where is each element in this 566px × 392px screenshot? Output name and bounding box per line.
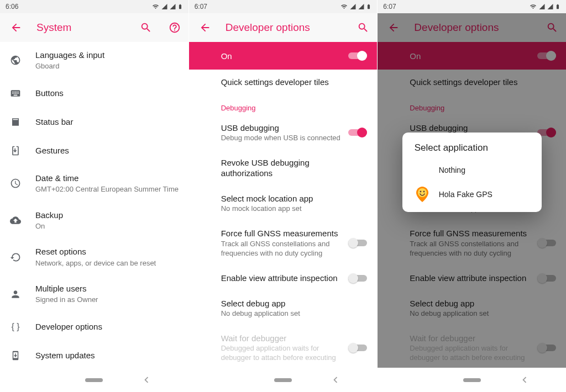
- setting-label: Quick settings developer tiles: [221, 77, 363, 88]
- help-icon: [169, 22, 181, 34]
- toggle-switch[interactable]: [348, 342, 367, 353]
- nav-back[interactable]: [518, 373, 531, 386]
- svg-point-2: [423, 191, 424, 193]
- app-bar: Developer options: [378, 13, 566, 42]
- item-label: Status bar: [35, 116, 180, 128]
- status-icons: [151, 3, 183, 10]
- switch-on-icon: [348, 50, 367, 61]
- nav-home-pill[interactable]: [85, 378, 103, 382]
- system-list: Languages & inputGboardButtonsStatus bar…: [0, 42, 188, 368]
- back-button[interactable]: [8, 19, 24, 36]
- quick-settings-tiles[interactable]: Quick settings developer tiles: [189, 70, 378, 95]
- setting-wait-for-debugger[interactable]: Wait for debuggerDebugged application wa…: [189, 326, 378, 368]
- dialog-title: Select application: [402, 142, 542, 158]
- toggle-switch[interactable]: [348, 273, 367, 284]
- back-button[interactable]: [385, 19, 402, 36]
- chevron-left-icon: [140, 374, 153, 386]
- switch-on-icon: [537, 50, 556, 61]
- item-label: Developer options: [35, 321, 180, 332]
- setting-sub: No debug application set: [410, 309, 552, 319]
- setting-label: USB debugging: [410, 123, 533, 134]
- globe-icon: [9, 54, 22, 67]
- clock-icon: [9, 177, 22, 190]
- battery-icon: [366, 3, 371, 10]
- setting-label: Wait for debugger: [221, 333, 344, 344]
- setting-usb-debugging[interactable]: USB debuggingDebug mode when USB is conn…: [189, 115, 378, 150]
- system-item-reset[interactable]: Reset optionsNetwork, apps, or device ca…: [0, 239, 188, 276]
- dialog-option-nothing[interactable]: Nothing: [402, 158, 542, 182]
- dialog-option-hola-fake-gps[interactable]: Hola Fake GPS: [402, 182, 542, 206]
- search-button[interactable]: [544, 19, 560, 36]
- item-sub: Network, apps, or device can be reset: [35, 258, 180, 268]
- master-switch[interactable]: On: [189, 42, 378, 70]
- system-item-person[interactable]: Multiple usersSigned in as Owner: [0, 276, 188, 312]
- system-item-globe[interactable]: Languages & inputGboard: [0, 42, 188, 79]
- system-item-keyboard[interactable]: Buttons: [0, 79, 188, 108]
- signal-icon: [358, 3, 365, 10]
- signal-icon: [538, 3, 546, 10]
- arrow-back-icon: [199, 22, 211, 34]
- battery-icon: [177, 3, 183, 10]
- setting-label: Select mock location app: [221, 193, 363, 204]
- setting-label: Force full GNSS measurements: [221, 228, 344, 239]
- phone-developer-options: 6:07 Developer options On Quick settings…: [189, 0, 378, 392]
- search-button[interactable]: [138, 19, 154, 36]
- setting-revoke-usb-debugging-authorizations[interactable]: Revoke USB debugging authorizations: [189, 150, 378, 186]
- person-icon: [9, 288, 22, 301]
- nav-bar: [378, 368, 566, 392]
- setting-select-debug-app[interactable]: Select debug appNo debug application set: [189, 291, 378, 326]
- update-icon: [9, 349, 22, 362]
- search-button[interactable]: [355, 19, 371, 36]
- toggle-switch: [537, 273, 556, 284]
- setting-label: Wait for debugger: [410, 333, 533, 344]
- wifi-icon: [151, 3, 160, 10]
- search-icon: [140, 22, 152, 34]
- setting-label: Enable view attribute inspection: [410, 273, 533, 284]
- setting-sub: Track all GNSS constellations and freque…: [410, 240, 533, 258]
- system-item-statusbar[interactable]: Status bar: [0, 108, 188, 136]
- setting-sub: Track all GNSS constellations and freque…: [221, 240, 344, 258]
- braces-icon: { }: [9, 320, 22, 333]
- nav-bar: [0, 368, 188, 392]
- svg-point-1: [420, 191, 421, 193]
- chevron-left-icon: [329, 374, 342, 386]
- page-title: System: [36, 22, 125, 34]
- system-item-gestures[interactable]: Gestures: [0, 136, 188, 165]
- status-time: 6:06: [6, 3, 18, 10]
- section-debugging: Debugging: [378, 95, 566, 115]
- item-label: Multiple users: [35, 283, 180, 294]
- setting-label: Enable view attribute inspection: [221, 273, 344, 284]
- app-bar: System: [0, 13, 188, 42]
- toggle-switch[interactable]: [348, 237, 367, 248]
- setting-label: Quick settings developer tiles: [410, 77, 552, 88]
- nav-back[interactable]: [329, 373, 342, 386]
- select-application-dialog: Select application NothingHola Fake GPS: [402, 133, 542, 212]
- cloud-icon: [9, 214, 22, 227]
- page-title: Developer options: [414, 22, 532, 34]
- nav-back[interactable]: [140, 373, 153, 386]
- dev-options-content: On Quick settings developer tiles Debugg…: [189, 42, 378, 368]
- setting-select-mock-location-app[interactable]: Select mock location appNo mock location…: [189, 186, 378, 221]
- system-item-braces[interactable]: { }Developer options: [0, 312, 188, 341]
- back-button[interactable]: [197, 19, 213, 36]
- phone-select-application-dialog: 6:07 Developer options On Quick settings…: [378, 0, 566, 392]
- setting-select-debug-app: Select debug appNo debug application set: [378, 291, 566, 326]
- dialog-option-label: Hola Fake GPS: [439, 190, 492, 199]
- item-label: Buttons: [35, 88, 180, 99]
- keyboard-icon: [9, 87, 22, 100]
- setting-enable-view-attribute-inspection[interactable]: Enable view attribute inspection: [189, 266, 378, 291]
- help-button[interactable]: [166, 19, 183, 36]
- nav-home-pill[interactable]: [463, 378, 481, 382]
- toggle-switch[interactable]: [348, 127, 367, 138]
- app-icon: [415, 187, 430, 202]
- statusbar-icon: [9, 115, 22, 129]
- system-item-update[interactable]: System updates: [0, 341, 188, 368]
- item-label: Languages & input: [35, 50, 180, 61]
- quick-settings-tiles: Quick settings developer tiles: [378, 70, 566, 95]
- system-item-cloud[interactable]: BackupOn: [0, 202, 188, 239]
- setting-force-full-gnss-measurements[interactable]: Force full GNSS measurementsTrack all GN…: [189, 221, 378, 265]
- nav-home-pill[interactable]: [274, 378, 292, 382]
- system-item-clock[interactable]: Date & timeGMT+02:00 Central European Su…: [0, 165, 188, 202]
- setting-sub: Debug mode when USB is connected: [221, 134, 344, 143]
- setting-sub: No mock location app set: [221, 204, 363, 214]
